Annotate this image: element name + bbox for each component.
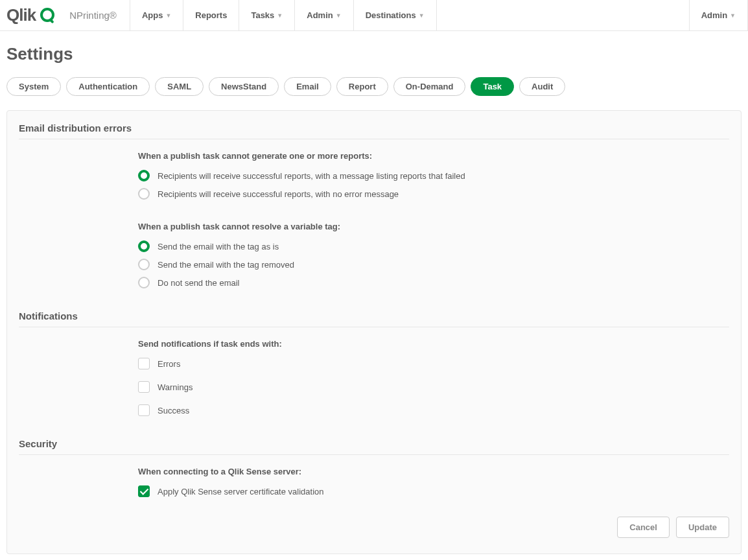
radio-option[interactable]: Do not send the email (138, 277, 729, 288)
caret-down-icon: ▼ (419, 12, 425, 19)
radio-icon[interactable] (138, 170, 150, 181)
settings-panel: Email distribution errors When a publish… (6, 110, 742, 554)
radio-label: Recipients will receive successful repor… (158, 171, 465, 181)
nav-right: Admin▼ (689, 0, 748, 30)
checkbox-icon[interactable] (138, 404, 150, 416)
checkbox-option[interactable]: Apply Qlik Sense server certificate vali… (138, 485, 729, 497)
security-form: When connecting to a Qlik Sense server: … (19, 467, 729, 497)
page-title: Settings (6, 44, 742, 64)
radio-option[interactable]: Recipients will receive successful repor… (138, 188, 729, 200)
radio-icon[interactable] (138, 277, 150, 288)
tab-task[interactable]: Task (471, 77, 514, 96)
tab-saml[interactable]: SAML (155, 77, 204, 96)
checkbox-option[interactable]: Warnings (138, 381, 729, 393)
nav-label: Admin (307, 10, 333, 20)
field-label: When connecting to a Qlik Sense server: (138, 467, 729, 476)
radio-icon[interactable] (138, 240, 150, 252)
checkbox-icon[interactable] (138, 485, 150, 497)
radio-label: Recipients will receive successful repor… (158, 189, 399, 199)
caret-down-icon: ▼ (165, 12, 171, 19)
settings-tabs: System Authentication SAML NewsStand Ema… (6, 77, 742, 96)
checkbox-icon[interactable] (138, 358, 150, 369)
radio-option[interactable]: Send the email with the tag as is (138, 240, 729, 252)
cancel-button[interactable]: Cancel (617, 517, 670, 538)
form-buttons: Cancel Update (19, 509, 729, 538)
tab-report[interactable]: Report (336, 77, 388, 96)
nav-label: Admin (701, 10, 727, 20)
radio-label: Send the email with the tag removed (158, 260, 294, 270)
radio-option[interactable]: Recipients will receive successful repor… (138, 170, 729, 181)
caret-down-icon: ▼ (277, 12, 283, 19)
tab-email[interactable]: Email (284, 77, 331, 96)
tab-system[interactable]: System (6, 77, 61, 96)
tab-newsstand[interactable]: NewsStand (209, 77, 279, 96)
tab-authentication[interactable]: Authentication (66, 77, 150, 96)
checkbox-option[interactable]: Errors (138, 358, 729, 369)
svg-point-0 (41, 9, 53, 21)
caret-down-icon: ▼ (730, 12, 736, 19)
checkbox-label: Errors (158, 359, 180, 369)
radio-icon[interactable] (138, 259, 150, 270)
nav-label: Apps (142, 10, 163, 20)
section-security-title: Security (19, 438, 729, 455)
radio-option[interactable]: Send the email with the tag removed (138, 259, 729, 270)
nav-label: Destinations (366, 10, 416, 20)
top-nav: Qlik NPrinting® Apps▼ Reports Tasks▼ Adm… (0, 0, 748, 31)
notifications-form: Send notifications if task ends with: Er… (19, 339, 729, 416)
nav-destinations[interactable]: Destinations▼ (353, 0, 437, 30)
checkbox-label: Warnings (158, 382, 193, 392)
product-name: NPrinting® (69, 10, 130, 21)
section-email-errors-title: Email distribution errors (19, 122, 729, 139)
nav-admin[interactable]: Admin▼ (294, 0, 353, 30)
field-label: When a publish task cannot generate one … (138, 151, 729, 161)
radio-icon[interactable] (138, 188, 150, 200)
caret-down-icon: ▼ (336, 12, 342, 19)
brand: Qlik (0, 5, 69, 25)
update-button[interactable]: Update (676, 517, 729, 538)
field-label: Send notifications if task ends with: (138, 339, 729, 349)
brand-q-icon (40, 7, 56, 24)
tab-audit[interactable]: Audit (519, 77, 565, 96)
checkbox-label: Success (158, 406, 189, 415)
nav-items: Apps▼ Reports Tasks▼ Admin▼ Destinations… (130, 0, 437, 30)
nav-apps[interactable]: Apps▼ (130, 0, 183, 30)
radio-label: Do not send the email (158, 278, 239, 288)
nav-label: Reports (195, 10, 227, 20)
brand-name: Qlik (6, 5, 36, 25)
checkbox-label: Apply Qlik Sense server certificate vali… (158, 487, 324, 496)
checkbox-icon[interactable] (138, 381, 150, 393)
radio-label: Send the email with the tag as is (158, 242, 279, 251)
nav-tasks[interactable]: Tasks▼ (239, 0, 294, 30)
section-notifications-title: Notifications (19, 310, 729, 327)
nav-label: Tasks (251, 10, 274, 20)
email-errors-form: When a publish task cannot generate one … (19, 151, 729, 288)
nav-user-menu[interactable]: Admin▼ (689, 0, 748, 30)
checkbox-option[interactable]: Success (138, 404, 729, 416)
tab-on-demand[interactable]: On-Demand (393, 77, 466, 96)
page: Settings System Authentication SAML News… (0, 31, 748, 560)
nav-reports[interactable]: Reports (183, 0, 239, 30)
field-label: When a publish task cannot resolve a var… (138, 222, 729, 231)
